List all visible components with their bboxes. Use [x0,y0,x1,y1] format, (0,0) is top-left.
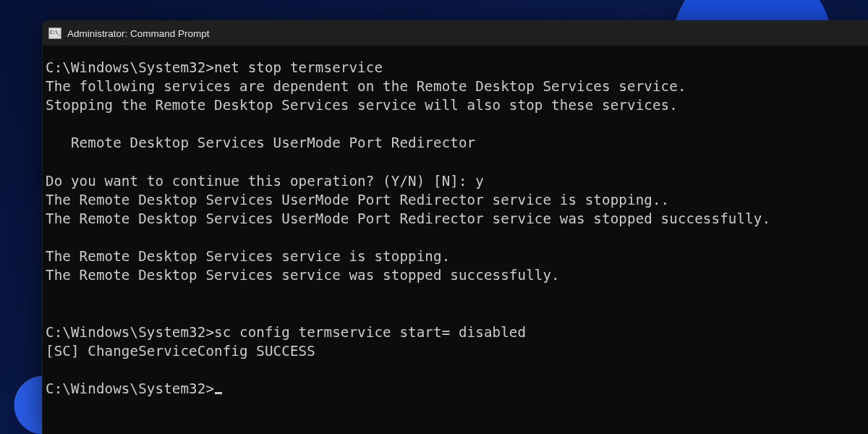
terminal-line: [SC] ChangeServiceConfig SUCCESS [46,343,315,359]
terminal-line: The Remote Desktop Services service is s… [46,248,450,265]
terminal-prompt: C:\Windows\System32> [46,380,214,397]
terminal-output[interactable]: C:\Windows\System32>net stop termservice… [43,46,868,401]
cursor-icon [215,392,222,394]
window-titlebar[interactable]: Administrator: Command Prompt [43,21,868,46]
window-title: Administrator: Command Prompt [67,28,210,39]
terminal-line: Remote Desktop Services UserMode Port Re… [46,135,475,151]
terminal-line: The following services are dependent on … [46,78,686,95]
terminal-line: The Remote Desktop Services UserMode Por… [46,192,669,208]
command-prompt-window: Administrator: Command Prompt C:\Windows… [42,20,868,434]
terminal-line: The Remote Desktop Services UserMode Por… [46,210,770,227]
terminal-line: C:\Windows\System32>sc config termservic… [46,324,526,341]
desktop-background: Administrator: Command Prompt C:\Windows… [0,0,868,434]
terminal-line: The Remote Desktop Services service was … [46,267,560,284]
terminal-line: Stopping the Remote Desktop Services ser… [46,97,678,114]
cmd-icon [48,27,61,39]
terminal-line: C:\Windows\System32>net stop termservice [46,59,383,76]
terminal-line: Do you want to continue this operation? … [46,173,484,190]
